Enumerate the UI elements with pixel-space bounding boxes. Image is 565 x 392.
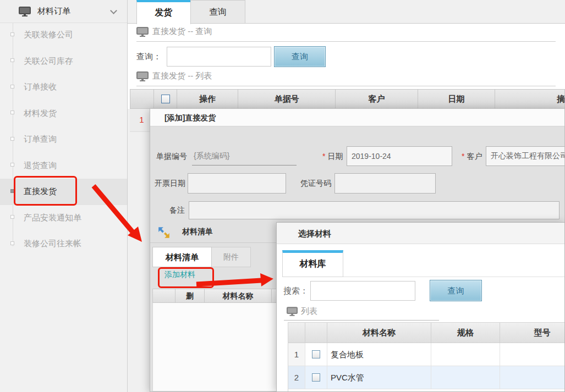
column-header-delete: 删: [175, 289, 205, 302]
material-select-table: 材料名称 规格 型号 1 复合地板 2 PVC水管: [288, 322, 565, 392]
section-title: 直接发货 -- 查询: [152, 26, 212, 37]
column-header-blank: [153, 289, 175, 302]
tab-material-library[interactable]: 材料库: [282, 250, 343, 277]
screen: 材料订单 关联装修公司 关联公司库存 订单接收 材料发货 订单查询 退货查询 直…: [0, 0, 565, 392]
tree-bullet: [10, 137, 14, 141]
tree-bullet: [10, 189, 14, 193]
tab-shipping[interactable]: 发货: [136, 0, 191, 24]
sidebar-item-order-query[interactable]: 订单查询: [0, 126, 127, 153]
remark-label: 备注: [169, 201, 185, 219]
column-header-spec: 规格: [431, 323, 500, 343]
material-row-1[interactable]: 1 复合地板: [288, 343, 565, 366]
tab-label: 材料库: [300, 259, 326, 268]
search-query-button[interactable]: 查询: [430, 280, 482, 301]
tree-bullet: [10, 215, 14, 219]
tree-bullet: [10, 241, 14, 245]
chevron-down-icon: [110, 7, 117, 14]
monitor-icon: [136, 71, 149, 81]
expand-arrows-icon[interactable]: [157, 226, 171, 239]
material-name-cell: 复合地板: [327, 343, 431, 366]
row-number: 1: [288, 343, 305, 366]
sidebar-item-material-shipping[interactable]: 材料发货: [0, 101, 127, 127]
column-header-checkbox: [305, 323, 327, 343]
sidebar-item-label: 装修公司往来帐: [24, 239, 81, 249]
section-header-query: 直接发货 -- 查询: [136, 26, 556, 42]
section-title: 列表: [301, 306, 317, 317]
customer-input[interactable]: [486, 146, 565, 166]
tree-bullet: [10, 111, 14, 114]
sidebar-item-product-install-notice[interactable]: 产品安装通知单: [0, 205, 127, 231]
column-header-clipped: 摘要: [495, 90, 564, 108]
label-text: 日期: [327, 152, 343, 161]
row-number: 2: [288, 366, 305, 389]
sidebar-item-linked-company-inventory[interactable]: 关联公司库存: [0, 48, 127, 75]
row-checkbox[interactable]: [312, 373, 320, 382]
sidebar-item-label: 订单查询: [24, 134, 57, 145]
column-header-rownum: [288, 323, 305, 343]
sidebar-item-label: 关联装修公司: [24, 30, 73, 40]
query-input[interactable]: [167, 47, 271, 67]
select-material-dialog: 选择材料 材料库 搜索： 查询 列表 材料名称 规格 型号 1 复合地板: [276, 222, 565, 392]
spec-cell: [431, 366, 500, 389]
query-button[interactable]: 查询: [274, 46, 326, 67]
invoice-date-input[interactable]: [188, 173, 286, 194]
remark-input[interactable]: [189, 201, 559, 219]
required-mark: *: [462, 152, 464, 161]
customer-label: *客户: [462, 146, 482, 166]
tree-bullet: [10, 85, 14, 89]
model-cell: [500, 343, 565, 366]
monitor-icon: [136, 27, 149, 37]
column-header-customer: 客户: [336, 90, 418, 108]
tree-bullet: [10, 58, 14, 62]
tab-attachments[interactable]: 附件: [212, 247, 251, 267]
doc-no-field: {系统编码}: [192, 146, 297, 165]
sidebar-header-label: 材料订单: [37, 6, 70, 16]
sidebar: 材料订单 关联装修公司 关联公司库存 订单接收 材料发货 订单查询 退货查询 直…: [0, 0, 128, 392]
dialog-title: 选择材料: [277, 223, 564, 244]
sidebar-header-material-order[interactable]: 材料订单: [0, 0, 127, 23]
sidebar-item-direct-shipping[interactable]: 直接发货: [0, 179, 127, 205]
sidebar-item-company-account[interactable]: 装修公司往来帐: [0, 231, 127, 257]
section-header-list: 列表: [287, 306, 317, 317]
model-cell: [500, 366, 565, 389]
row-checkbox[interactable]: [312, 350, 320, 358]
row-checkbox-cell: [305, 366, 327, 389]
tab-label: 发货: [155, 8, 173, 17]
tab-material-list[interactable]: 材料清单: [152, 247, 212, 267]
column-header-rownum: [130, 90, 154, 108]
sidebar-item-linked-decoration-company[interactable]: 关联装修公司: [0, 22, 127, 48]
voucher-no-input[interactable]: [334, 173, 436, 194]
sidebar-item-label: 直接发货: [24, 186, 57, 197]
column-header-date: 日期: [418, 90, 495, 108]
tab-query[interactable]: 查询: [190, 0, 245, 24]
column-header-checkbox: [154, 90, 177, 108]
monitor-icon: [287, 307, 298, 316]
column-header-operation: 操作: [177, 90, 238, 108]
query-label: 查询：: [136, 47, 161, 67]
tree-bullet: [10, 163, 14, 167]
column-header-label: 摘要: [557, 94, 564, 103]
sidebar-item-order-receive[interactable]: 订单接收: [0, 74, 127, 101]
material-row-2[interactable]: 2 PVC水管: [288, 366, 565, 389]
column-header-model: 型号: [500, 323, 565, 343]
invoice-date-label: 开票日期: [155, 173, 185, 194]
sidebar-item-return-query[interactable]: 退货查询: [0, 153, 127, 179]
sidebar-item-label: 材料发货: [24, 108, 57, 119]
tree-bullet: [10, 32, 14, 36]
sidebar-item-label: 订单接收: [24, 82, 57, 92]
date-input[interactable]: [347, 146, 452, 166]
sidebar-item-label: 关联公司库存: [24, 56, 73, 67]
select-all-checkbox[interactable]: [161, 95, 170, 103]
dialog-title: [添加]直接发货: [150, 109, 564, 126]
search-input[interactable]: [310, 281, 415, 301]
section-title: 直接发货 -- 列表: [152, 71, 212, 81]
material-table-header: 材料名称 规格 型号: [288, 323, 565, 343]
tab-strip-line: [343, 277, 564, 277]
add-material-link[interactable]: 添加材料: [164, 270, 195, 280]
date-label: *日期: [322, 146, 343, 166]
column-header-material-name: 材料名称: [205, 289, 272, 302]
material-name-cell: PVC水管: [327, 366, 431, 389]
column-header-doc-no: 单据号: [238, 90, 336, 108]
spec-cell: [431, 343, 500, 366]
doc-no-label: 单据编号: [156, 146, 187, 166]
